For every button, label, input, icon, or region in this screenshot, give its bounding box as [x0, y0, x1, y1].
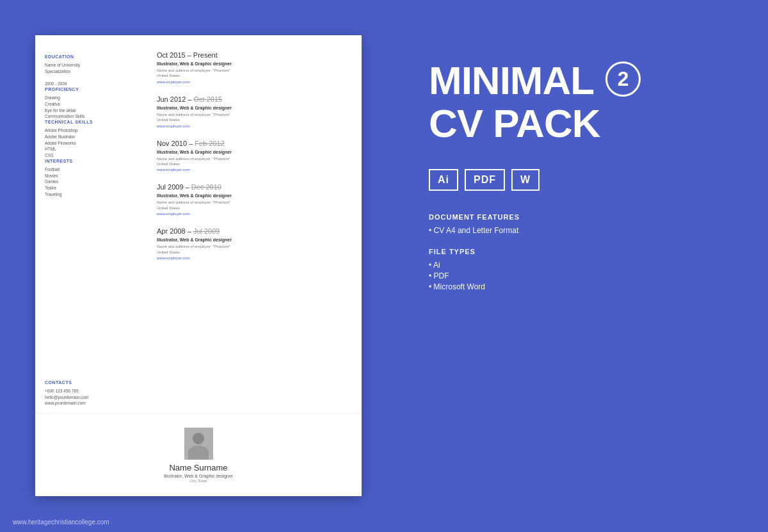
cv-section-education: EDUCATION Name of UniversitySpecializati… — [45, 54, 134, 87]
cv-job-1-date: Oct 2015 – Present — [157, 51, 349, 59]
cv-person-name: Name Surname — [169, 463, 227, 472]
cv-person-location: City, State — [189, 479, 207, 483]
cv-job-3: Nov 2010 – Feb 2012 Illustrator, Web & G… — [157, 140, 349, 172]
cv-job-2: Jun 2012 – Oct 2015 Illustrator, Web & G… — [157, 95, 349, 128]
cv-job-1: Oct 2015 – Present Illustrator, Web & Gr… — [157, 51, 349, 84]
cv-job-5: Apr 2008 – Jul 2009 Illustrator, Web & G… — [157, 227, 349, 260]
file-badge-pdf: PDF — [465, 169, 505, 191]
cv-section-technical: TECHNICAL SKILLS Adobe PhotoshopAdobe Il… — [45, 120, 134, 159]
cv-section-title-interests: INTERESTS — [45, 159, 134, 163]
cv-job-1-link: www.employer.com — [157, 80, 349, 84]
cv-job-2-date-end: Oct 2015 — [194, 95, 223, 103]
document-features-section: DOCUMENT FEATURES CV A4 and Letter Forma… — [429, 213, 704, 235]
file-type-badges: Ai PDF W — [429, 169, 704, 191]
cv-job-2-title: Illustrator, Web & Graphic designer — [157, 106, 349, 110]
cv-section-title-technical: TECHNICAL SKILLS — [45, 120, 134, 124]
cv-section-title-education: EDUCATION — [45, 54, 134, 59]
cv-job-5-title: Illustrator, Web & Graphic designer — [157, 238, 349, 242]
cv-job-3-desc: Name and address of employer: "Phantom"U… — [157, 156, 349, 167]
cv-job-5-date-end: Jul 2009 — [193, 227, 220, 235]
file-types-title: FILE TYPES — [429, 248, 704, 255]
site-footer: www.heritagechristiancollege.com — [13, 519, 109, 526]
product-title-line1: MINIMAL — [429, 61, 594, 101]
cv-contacts-section: CONTACTS +000 123 456 789hello@yourdomai… — [45, 380, 134, 407]
cv-person-role: Illustrator, Web & Graphic designer — [164, 474, 233, 478]
background: EDUCATION Name of UniversitySpecializati… — [0, 0, 768, 532]
cv-contacts-text: +000 123 456 789hello@yourdomain.comwww.… — [45, 388, 134, 407]
cv-job-4-desc: Name and address of employer: "Phantom"U… — [157, 200, 349, 211]
cv-job-5-desc: Name and address of employer: "Phantom"U… — [157, 244, 349, 255]
cv-education-text: Name of UniversitySpecialization2000 - 2… — [45, 62, 134, 87]
cv-job-4-link: www.employer.com — [157, 212, 349, 216]
cv-job-3-link: www.employer.com — [157, 168, 349, 172]
title-line1-container: MINIMAL 2 — [429, 61, 704, 104]
file-types-section: FILE TYPES Ai PDF Microsoft Word — [429, 248, 704, 291]
info-panel: MINIMAL 2 CV PACK Ai PDF W DOCUMENT FEAT… — [397, 35, 736, 319]
file-badge-ai: Ai — [429, 169, 458, 191]
cv-job-4-date-end: Dec 2010 — [191, 183, 221, 191]
cv-job-5-link: www.employer.com — [157, 256, 349, 260]
cv-job-4-title: Illustrator, Web & Graphic designer — [157, 193, 349, 198]
cv-job-3-date: Nov 2010 – Feb 2012 — [157, 140, 349, 147]
product-title-line2: CV PACK — [429, 104, 704, 143]
product-badge: 2 — [605, 61, 641, 97]
cv-job-4-date: Jul 2009 – Dec 2010 — [157, 183, 349, 191]
file-type-item-word: Microsoft Word — [429, 282, 704, 291]
cv-technical-text: Adobe PhotoshopAdobe IllustratorAdobe Fi… — [45, 127, 134, 159]
cv-job-5-date: Apr 2008 – Jul 2009 — [157, 227, 349, 235]
site-url: www.heritagechristiancollege.com — [13, 519, 109, 526]
cv-interests-text: FootballMoviesGamesTeatreTraveling — [45, 166, 134, 198]
cv-job-4: Jul 2009 – Dec 2010 Illustrator, Web & G… — [157, 183, 349, 216]
cv-proficiency-text: DrawingCreativeEye for the detailCommuni… — [45, 95, 134, 120]
doc-feature-item-1: CV A4 and Letter Format — [429, 226, 704, 235]
cv-preview: EDUCATION Name of UniversitySpecializati… — [35, 35, 362, 496]
cv-job-1-title: Illustrator, Web & Graphic designer — [157, 61, 349, 66]
cv-section-proficiency: PROFICIENCY DrawingCreativeEye for the d… — [45, 87, 134, 120]
cv-section-interests: INTERESTS FootballMoviesGamesTeatreTrave… — [45, 159, 134, 198]
cv-avatar — [184, 428, 213, 460]
product-title-area: MINIMAL 2 CV PACK — [429, 61, 704, 143]
cv-section-title-contacts: CONTACTS — [45, 380, 134, 385]
cv-job-2-date: Jun 2012 – Oct 2015 — [157, 95, 349, 103]
file-types-list: Ai PDF Microsoft Word — [429, 261, 704, 291]
cv-job-3-date-end: Feb 2012 — [195, 140, 224, 147]
file-type-item-ai: Ai — [429, 261, 704, 270]
document-features-title: DOCUMENT FEATURES — [429, 213, 704, 221]
cv-job-1-desc: Name and address of employer: "Phantom"U… — [157, 68, 349, 79]
cv-job-2-link: www.employer.com — [157, 124, 349, 128]
cv-job-3-title: Illustrator, Web & Graphic designer — [157, 150, 349, 154]
cv-person-footer: Name Surname Illustrator, Web & Graphic … — [35, 413, 362, 496]
document-features-list: CV A4 and Letter Format — [429, 226, 704, 235]
file-badge-word: W — [511, 169, 540, 191]
cv-section-title-proficiency: PROFICIENCY — [45, 87, 134, 92]
file-type-item-pdf: PDF — [429, 271, 704, 280]
cv-job-2-desc: Name and address of employer: "Phantom"U… — [157, 112, 349, 123]
cv-avatar-image — [184, 428, 213, 460]
